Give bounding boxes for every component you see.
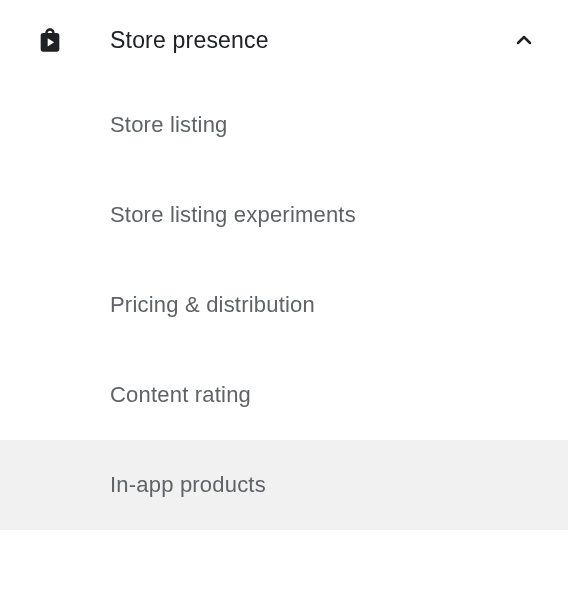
section-header[interactable]: Store presence [0, 0, 568, 80]
store-icon [36, 26, 64, 54]
menu-item-in-app-products[interactable]: In-app products [0, 440, 568, 530]
store-presence-section: Store presence Store listing Store listi… [0, 0, 568, 530]
menu-items: Store listing Store listing experiments … [0, 80, 568, 530]
menu-item-store-listing[interactable]: Store listing [0, 80, 568, 170]
menu-item-label: Pricing & distribution [110, 292, 315, 317]
menu-item-content-rating[interactable]: Content rating [0, 350, 568, 440]
menu-item-pricing-distribution[interactable]: Pricing & distribution [0, 260, 568, 350]
chevron-up-icon [512, 28, 536, 52]
menu-item-label: Store listing [110, 112, 228, 137]
menu-item-label: Store listing experiments [110, 202, 356, 227]
menu-item-label: In-app products [110, 472, 266, 497]
menu-item-label: Content rating [110, 382, 251, 407]
section-title: Store presence [110, 27, 512, 54]
menu-item-store-listing-experiments[interactable]: Store listing experiments [0, 170, 568, 260]
